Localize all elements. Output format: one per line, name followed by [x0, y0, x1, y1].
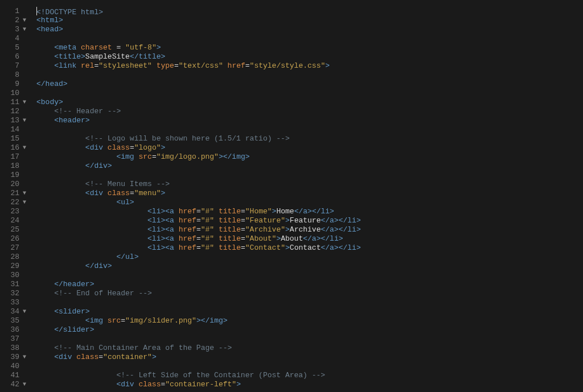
fold-marker[interactable]: ▼ [22, 98, 32, 107]
line-number[interactable]: 32 [0, 289, 19, 298]
code-line[interactable]: </head> [36, 80, 361, 89]
line-number[interactable]: 3 [0, 25, 19, 34]
fold-marker[interactable]: ▼ [22, 116, 32, 125]
code-line[interactable]: <!-- End of Header --> [36, 289, 361, 298]
line-number[interactable]: 42 [0, 380, 19, 389]
code-line[interactable]: <head> [36, 25, 361, 34]
code-line[interactable]: <!-- Menu Items --> [36, 180, 361, 189]
line-number[interactable]: 25 [0, 225, 19, 234]
line-number[interactable]: 9 [0, 80, 19, 89]
line-number[interactable]: 34 [0, 307, 19, 316]
line-number[interactable]: 38 [0, 344, 19, 353]
code-line[interactable]: <slider> [36, 307, 361, 316]
fold-marker[interactable]: ▼ [22, 189, 32, 198]
code-line[interactable]: <li><a href="#" title="Archive">Archive<… [36, 225, 361, 234]
fold-marker[interactable]: ▼ [22, 353, 32, 362]
code-line[interactable] [36, 71, 361, 80]
code-line[interactable]: <title>SampleSite</title> [36, 52, 361, 61]
line-number[interactable]: 33 [0, 298, 19, 307]
code-line[interactable]: <div class="container-left"> [36, 380, 361, 389]
code-line[interactable] [36, 34, 361, 43]
fold-marker[interactable]: ▼ [22, 143, 32, 152]
code-editor[interactable]: 1234567891011121314151617181920212223242… [0, 0, 583, 392]
code-line[interactable]: <li><a href="#" title="Feature">Feature<… [36, 216, 361, 225]
line-number[interactable]: 16 [0, 143, 19, 152]
code-line[interactable]: <li><a href="#" title="About">About</a><… [36, 234, 361, 244]
code-line[interactable]: <div class="container"> [36, 353, 361, 362]
line-number[interactable]: 8 [0, 71, 19, 80]
line-number[interactable]: 20 [0, 180, 19, 189]
code-area[interactable]: <!DOCTYPE html><html><head> <meta charse… [32, 0, 361, 392]
code-line[interactable] [36, 125, 361, 134]
line-number[interactable]: 5 [0, 43, 19, 52]
line-number[interactable]: 27 [0, 244, 19, 253]
code-line[interactable]: <header> [36, 116, 361, 125]
code-line[interactable] [36, 271, 361, 280]
token-attr-value: "img/slider.png" [125, 316, 196, 325]
code-line[interactable] [36, 298, 361, 307]
line-number[interactable]: 23 [0, 207, 19, 216]
line-number[interactable]: 17 [0, 152, 19, 162]
code-line[interactable]: </header> [36, 280, 361, 289]
code-line[interactable]: <!-- Main Container Area of the Page --> [36, 344, 361, 353]
code-line[interactable]: <!-- Logo will be shown here (1.5/1 rati… [36, 134, 361, 143]
code-line[interactable] [36, 171, 361, 180]
fold-marker[interactable]: ▼ [22, 25, 32, 34]
line-number[interactable]: 37 [0, 335, 19, 344]
line-number[interactable]: 15 [0, 134, 19, 143]
line-number[interactable]: 4 [0, 34, 19, 43]
line-number[interactable]: 24 [0, 216, 19, 225]
code-line[interactable]: <li><a href="#" title="Contact">Contact<… [36, 244, 361, 253]
code-line[interactable] [36, 362, 361, 371]
code-line[interactable]: <!DOCTYPE html> [36, 7, 361, 16]
code-line[interactable]: <div class="menu"> [36, 189, 361, 198]
code-line[interactable]: <html> [36, 16, 361, 25]
line-number[interactable]: 1 [0, 7, 19, 16]
line-number[interactable]: 31 [0, 280, 19, 289]
line-number[interactable]: 10 [0, 89, 19, 98]
code-line[interactable]: <img src="img/logo.png"></img> [36, 152, 361, 162]
line-number[interactable]: 29 [0, 262, 19, 271]
token-tag: a [170, 234, 174, 243]
code-line[interactable] [36, 335, 361, 344]
code-line[interactable]: <meta charset = "utf-8"> [36, 43, 361, 52]
code-line[interactable]: <body> [36, 98, 361, 107]
code-line[interactable]: <img src="img/slider.png"></img> [36, 316, 361, 325]
code-line[interactable]: <li><a href="#" title="Home">Home</a></l… [36, 207, 361, 216]
line-number[interactable]: 13 [0, 116, 19, 125]
code-line[interactable]: <div class="logo"> [36, 143, 361, 152]
code-line[interactable] [36, 89, 361, 98]
fold-marker[interactable]: ▼ [22, 380, 32, 389]
line-number[interactable]: 40 [0, 362, 19, 371]
line-number[interactable]: 21 [0, 189, 19, 198]
line-number[interactable]: 36 [0, 325, 19, 335]
code-line[interactable]: <ul> [36, 198, 361, 207]
line-number[interactable]: 19 [0, 171, 19, 180]
fold-marker[interactable]: ▼ [22, 307, 32, 316]
code-line[interactable]: </div> [36, 162, 361, 171]
line-number[interactable]: 12 [0, 107, 19, 116]
line-number[interactable]: 39 [0, 353, 19, 362]
code-line[interactable]: <!-- Header --> [36, 107, 361, 116]
code-line[interactable]: </div> [36, 262, 361, 271]
token-punct: = [98, 353, 103, 361]
line-number[interactable]: 7 [0, 61, 19, 71]
line-number[interactable]: 6 [0, 52, 19, 61]
code-line[interactable]: <link rel="stylesheet" type="text/css" h… [36, 61, 361, 71]
fold-marker[interactable]: ▼ [22, 16, 32, 25]
line-number[interactable]: 18 [0, 162, 19, 171]
line-number[interactable]: 14 [0, 125, 19, 134]
line-number[interactable]: 22 [0, 198, 19, 207]
code-line[interactable]: </slider> [36, 325, 361, 335]
code-line[interactable]: </ul> [36, 253, 361, 262]
line-number[interactable]: 35 [0, 316, 19, 325]
token-tag: a [170, 225, 174, 234]
line-number[interactable]: 26 [0, 234, 19, 244]
fold-marker[interactable]: ▼ [22, 198, 32, 207]
line-number[interactable]: 11 [0, 98, 19, 107]
line-number[interactable]: 28 [0, 253, 19, 262]
line-number[interactable]: 2 [0, 16, 19, 25]
code-line[interactable]: <!-- Left Side of the Container (Post Ar… [36, 371, 361, 380]
line-number[interactable]: 41 [0, 371, 19, 380]
line-number[interactable]: 30 [0, 271, 19, 280]
